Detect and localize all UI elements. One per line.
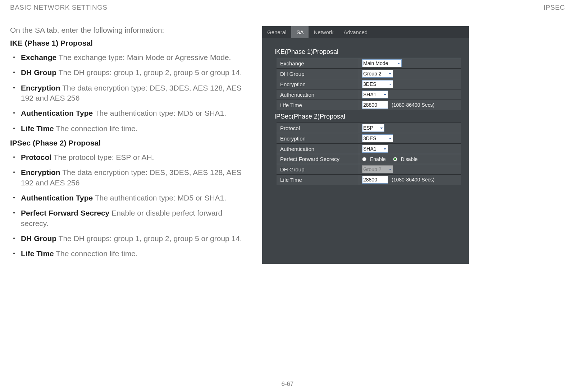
list-item: Exchange The exchange type: Main Mode or… [21, 52, 247, 63]
header-right: IPSEC [543, 4, 565, 11]
label-dhgroup: DH Group [277, 165, 359, 174]
header-left: BASIC NETWORK SETTINGS [10, 4, 108, 11]
select-encryption[interactable]: 3DES [362, 80, 393, 88]
list-item: Encryption The data encryption type: DES… [21, 83, 247, 103]
label-lifetime: Life Time [277, 175, 359, 185]
select-dhgroup[interactable]: Group 2 [362, 70, 393, 78]
doc-left-column: On the SA tab, enter the following infor… [10, 26, 262, 264]
row-dhgroup2: DH Group Group 2 [277, 164, 461, 174]
select-protocol[interactable]: ESP [362, 124, 384, 132]
label-encryption: Encryption [277, 134, 359, 143]
row-encryption1: Encryption 3DES [277, 79, 461, 89]
tab-network[interactable]: Network [309, 26, 338, 38]
row-auth1: Authentication SHA1 [277, 89, 461, 100]
label-lifetime: Life Time [277, 100, 359, 110]
section-title: IKE (Phase 1) Proposal [10, 39, 247, 47]
select-exchange[interactable]: Main Mode [362, 59, 402, 67]
page-number: 6-67 [0, 381, 575, 388]
list-item: Authentication Type The authentication t… [21, 108, 247, 118]
label-exchange: Exchange [277, 59, 359, 68]
row-encryption2: Encryption 3DES [277, 133, 461, 143]
tab-general[interactable]: General [262, 26, 291, 38]
sa-settings-panel: General SA Network Advanced IKE(Phase 1)… [262, 26, 469, 264]
tab-advanced[interactable]: Advanced [338, 26, 373, 38]
row-lifetime2: Life Time (1080-86400 Secs) [277, 174, 461, 185]
list-item: Authentication Type The authentication t… [21, 193, 247, 203]
list-item: Life Time The connection life time. [21, 249, 247, 259]
select-authentication[interactable]: SHA1 [362, 91, 388, 98]
label-pfs: Perfect Forward Secrecy [277, 154, 359, 164]
section-ipsec: IPSec (Phase 2) Proposal Protocol The pr… [10, 139, 247, 259]
row-dhgroup1: DH Group Group 2 [277, 68, 461, 79]
tab-sa[interactable]: SA [291, 26, 309, 38]
row-auth2: Authentication SHA1 [277, 143, 461, 154]
radio-label-disable: Disable [401, 156, 418, 162]
intro-text: On the SA tab, enter the following infor… [10, 26, 247, 34]
input-lifetime[interactable] [362, 101, 388, 109]
list-item: DH Group The DH groups: group 1, group 2… [21, 234, 247, 244]
input-lifetime[interactable] [362, 176, 388, 184]
select-dhgroup-disabled: Group 2 [362, 165, 393, 173]
section-ike: IKE (Phase 1) Proposal Exchange The exch… [10, 39, 247, 134]
radio-pfs-disable[interactable] [393, 157, 397, 161]
list-item: DH Group The DH groups: group 1, group 2… [21, 68, 247, 78]
phase2-title: IPSec(Phase 2)Proposal [274, 113, 461, 120]
row-lifetime1: Life Time (1080-86400 Secs) [277, 100, 461, 110]
section-title: IPSec (Phase 2) Proposal [10, 139, 247, 147]
lifetime-hint: (1080-86400 Secs) [392, 102, 434, 108]
select-authentication[interactable]: SHA1 [362, 145, 388, 153]
lifetime-hint: (1080-86400 Secs) [392, 177, 434, 183]
radio-label-enable: Enable [370, 156, 386, 162]
label-authentication: Authentication [277, 144, 359, 154]
tab-bar: General SA Network Advanced [262, 26, 469, 38]
row-protocol: Protocol ESP [277, 123, 461, 133]
row-pfs: Perfect Forward Secrecy Enable Disable [277, 154, 461, 164]
list-item: Perfect Forward Secrecy Enable or disabl… [21, 208, 247, 229]
list-item: Protocol The protocol type: ESP or AH. [21, 152, 247, 162]
label-encryption: Encryption [277, 79, 359, 89]
phase1-title: IKE(Phase 1)Proposal [274, 48, 461, 56]
label-dhgroup: DH Group [277, 69, 359, 79]
select-encryption[interactable]: 3DES [362, 134, 393, 142]
label-protocol: Protocol [277, 123, 359, 133]
list-item: Life Time The connection life time. [21, 124, 247, 134]
radio-pfs-enable[interactable] [362, 157, 366, 161]
row-exchange: Exchange Main Mode [277, 58, 461, 68]
label-authentication: Authentication [277, 90, 359, 100]
list-item: Encryption The data encryption type: DES… [21, 167, 247, 188]
